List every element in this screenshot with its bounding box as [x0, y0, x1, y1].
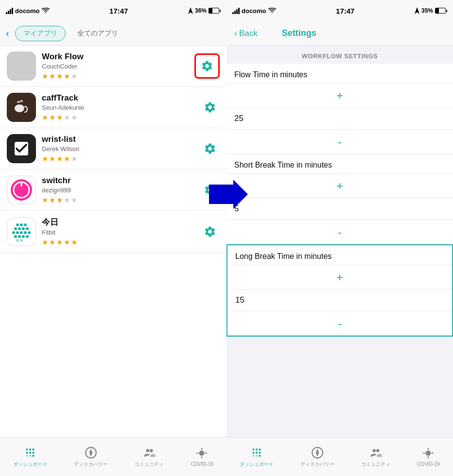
flow-time-minus-button[interactable]: - — [328, 135, 351, 149]
fitbit-settings-button[interactable] — [200, 222, 220, 241]
app-stars-fitbit: ★ ★ ★ ★ ★ — [42, 238, 200, 247]
settings-back-button[interactable]: ‹ Back — [234, 28, 258, 38]
carrier-label: docomo — [15, 7, 40, 15]
app-list: Work Flow CouchCoder ★ ★ ★ ★ ★ — [0, 46, 226, 437]
covid-icon — [195, 447, 208, 459]
app-stars-workflow: ★ ★ ★ ★ ★ — [42, 72, 194, 81]
wifi-icon — [42, 8, 50, 14]
bottom-nav-dashboard[interactable]: ダッシュボード — [13, 446, 47, 468]
long-break-minus-button[interactable]: - — [328, 317, 351, 330]
right-bottom-dashboard[interactable]: ダッシュボード — [240, 446, 274, 468]
flow-time-value: 25 — [226, 108, 453, 130]
svg-point-20 — [26, 235, 29, 238]
star-1: ★ — [42, 113, 48, 122]
settings-title: Settings — [282, 28, 316, 38]
right-panel: docomo 17:47 35% ‹ Back Settings — [226, 0, 453, 476]
wristlist-settings-button[interactable] — [200, 139, 220, 158]
svg-point-49 — [256, 455, 258, 457]
star-5: ★ — [71, 238, 77, 247]
app-dev-workflow: CouchCoder — [42, 63, 194, 70]
app-name-fitbit: 今日 — [42, 217, 200, 228]
svg-point-50 — [259, 455, 261, 457]
short-break-minus-button[interactable]: - — [328, 225, 351, 239]
navigation-arrow — [209, 180, 248, 209]
right-bottom-community[interactable]: コミュニティ — [361, 446, 390, 468]
right-signal-bars — [232, 7, 240, 14]
star-2: ★ — [49, 113, 55, 122]
right-nav-bar: ‹ Back Settings — [226, 21, 453, 46]
svg-point-8 — [14, 227, 17, 230]
svg-point-34 — [146, 449, 150, 452]
gear-icon — [204, 142, 216, 155]
tab-all-apps[interactable]: 全てのアプリ — [70, 26, 126, 41]
gear-icon — [204, 101, 216, 114]
svg-point-31 — [33, 455, 35, 457]
star-4: ★ — [64, 113, 70, 122]
svg-point-26 — [33, 448, 35, 450]
flow-time-plus-button[interactable]: + — [327, 89, 353, 102]
app-item-cafftrack[interactable]: caffTrack Seun Adekunle ★ ★ ★ ★ ★ — [0, 87, 226, 128]
app-item-workflow[interactable]: Work Flow CouchCoder ★ ★ ★ ★ ★ — [0, 46, 226, 87]
app-stars-wristlist: ★ ★ ★ ★ ★ — [42, 154, 200, 163]
app-dev-wristlist: Derek Wilson — [42, 145, 200, 153]
long-break-minus-row: - — [227, 311, 452, 336]
flow-time-setting: Flow Time in minutes + 25 - — [226, 64, 453, 154]
star-5: ★ — [71, 113, 77, 122]
left-status-left: docomo — [6, 7, 50, 15]
star-3: ★ — [56, 238, 63, 247]
app-name-cafftrack: caffTrack — [42, 93, 200, 103]
signal-bars — [6, 7, 13, 14]
right-bottom-covid[interactable]: COVID-19 — [417, 447, 439, 467]
app-icon-wristlist — [7, 134, 36, 163]
right-carrier: docomo — [242, 7, 266, 15]
gear-icon — [204, 225, 216, 238]
workflow-section-header: WORKFLOW SETTINGS — [226, 46, 453, 64]
app-stars-switchr: ★ ★ ★ ★ ★ — [42, 196, 200, 204]
star-5: ★ — [71, 154, 77, 163]
long-break-plus-button[interactable]: + — [327, 271, 353, 284]
app-icon-workflow — [7, 51, 36, 81]
svg-point-25 — [29, 448, 31, 450]
tab-my-apps[interactable]: マイアプリ — [15, 26, 66, 41]
right-bottom-dashboard-label: ダッシュボード — [240, 461, 274, 468]
svg-point-15 — [24, 231, 27, 234]
bottom-nav-discovery[interactable]: ディスカバリー — [74, 446, 108, 468]
bottom-nav-discovery-label: ディスカバリー — [74, 461, 108, 468]
flow-time-plus-row: + — [226, 84, 453, 108]
right-bottom-discovery-label: ディスカバリー — [300, 461, 334, 468]
svg-marker-52 — [316, 450, 318, 455]
app-item-fitbit[interactable]: 今日 Fitbit ★ ★ ★ ★ ★ — [0, 211, 226, 253]
star-4: ★ — [64, 238, 70, 247]
short-break-plus-button[interactable]: + — [327, 179, 353, 193]
app-name-switchr: switchr — [42, 176, 200, 186]
bottom-nav-covid[interactable]: COVID-19 — [191, 447, 213, 467]
workflow-settings-button[interactable] — [194, 53, 220, 79]
svg-point-0 — [15, 104, 24, 112]
svg-point-43 — [253, 451, 255, 453]
star-4: ★ — [64, 72, 70, 81]
app-icon-fitbit — [7, 217, 36, 246]
star-2: ★ — [49, 154, 55, 163]
app-icon-switchr — [7, 175, 36, 204]
app-item-switchr[interactable]: switchr dezign999 ★ ★ ★ ★ ★ — [0, 170, 226, 211]
right-bottom-discovery[interactable]: ディスカバリー — [300, 446, 334, 468]
svg-marker-33 — [90, 450, 92, 455]
long-break-plus-row: + — [227, 265, 452, 289]
left-back-button[interactable]: ‹ — [6, 28, 9, 39]
cafftrack-settings-button[interactable] — [200, 98, 220, 117]
bottom-nav-community-label: コミュニティ — [135, 461, 164, 468]
star-3: ★ — [56, 196, 63, 204]
svg-point-45 — [259, 448, 261, 450]
svg-point-19 — [22, 235, 25, 238]
bottom-nav-dashboard-label: ダッシュボード — [13, 461, 47, 468]
svg-point-55 — [426, 451, 431, 456]
gear-icon — [201, 60, 213, 72]
app-item-wristlist[interactable]: wrist-list Derek Wilson ★ ★ ★ ★ ★ — [0, 128, 226, 170]
svg-point-47 — [259, 451, 261, 453]
app-icon-cafftrack — [7, 93, 36, 122]
back-label: Back — [239, 29, 258, 38]
star-1: ★ — [42, 196, 48, 204]
bottom-nav-community[interactable]: コミュニティ — [135, 446, 164, 468]
right-gps-icon — [415, 7, 419, 14]
long-break-setting: Long Break Time in minutes + 15 - — [226, 244, 453, 337]
